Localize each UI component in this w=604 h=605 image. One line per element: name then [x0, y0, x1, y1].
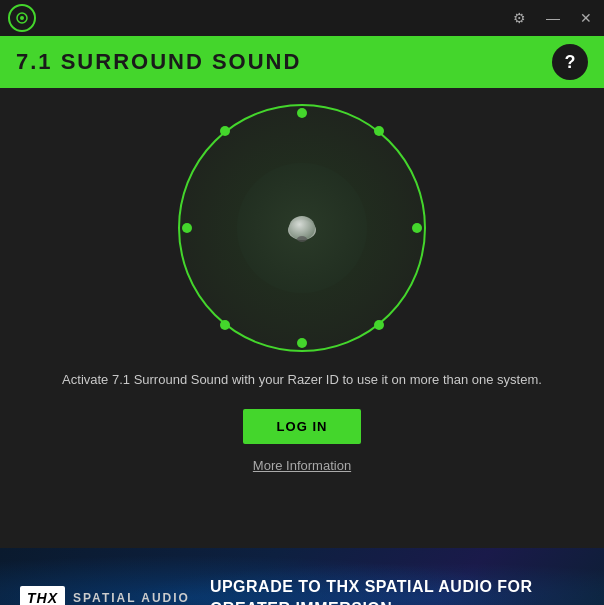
svg-point-4	[297, 236, 307, 242]
close-button[interactable]: ✕	[576, 6, 596, 30]
activation-info-text: Activate 7.1 Surround Sound with your Ra…	[22, 370, 582, 391]
outer-ring	[178, 104, 426, 352]
minimize-button[interactable]: —	[542, 6, 564, 30]
settings-button[interactable]: ⚙	[509, 6, 530, 30]
help-button[interactable]: ?	[552, 44, 588, 80]
speaker-dot-right	[412, 223, 422, 233]
thx-upgrade-text: UPGRADE TO THX SPATIAL AUDIO FOR GREATER…	[210, 576, 584, 605]
speaker-dot-top-left	[220, 126, 230, 136]
svg-point-1	[20, 16, 24, 20]
inner-ring	[237, 163, 367, 293]
razer-logo	[8, 4, 36, 32]
speaker-dot-bottom-left	[220, 320, 230, 330]
speaker-dot-bottom	[297, 338, 307, 348]
speaker-dot-bottom-right	[374, 320, 384, 330]
speaker-dot-top	[297, 108, 307, 118]
thx-logo: THX	[20, 586, 65, 605]
thx-logo-area: THX SPATIAL AUDIO	[20, 586, 190, 605]
title-bar: ⚙ — ✕	[0, 0, 604, 36]
title-bar-controls: ⚙ — ✕	[509, 6, 596, 30]
login-button[interactable]: LOG IN	[243, 409, 362, 444]
thx-spatial-audio-label: SPATIAL AUDIO	[73, 591, 190, 605]
app-header: 7.1 SURROUND SOUND ?	[0, 36, 604, 88]
speaker-dot-top-right	[374, 126, 384, 136]
page-title: 7.1 SURROUND SOUND	[16, 49, 301, 75]
speaker-dot-left	[182, 223, 192, 233]
thx-banner: THX SPATIAL AUDIO UPGRADE TO THX SPATIAL…	[0, 548, 604, 605]
more-info-link[interactable]: More Information	[253, 458, 351, 473]
headset-icon	[278, 204, 326, 252]
title-bar-left	[8, 4, 36, 32]
main-content: Activate 7.1 Surround Sound with your Ra…	[0, 88, 604, 548]
surround-visualizer	[152, 98, 452, 358]
